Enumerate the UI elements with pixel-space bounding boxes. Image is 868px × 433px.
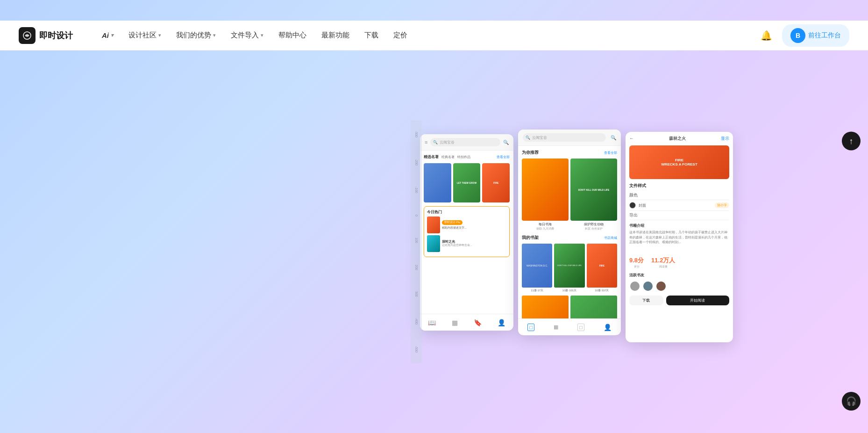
preview-container: ≡ 🔍 云阅宝谷 🔍 精选名著 经典名著 特别作品 查看全部 — [392, 120, 775, 363]
user-avatar: B — [790, 28, 805, 43]
nav-advantages-chevron: ▾ — [213, 32, 216, 38]
right-scrollbar: ↑ — [842, 132, 861, 302]
nav: Ai ▾ 设计社区 ▾ 我们的优势 ▾ 文件导入 ▾ 帮助中心 最新功能 下载 … — [95, 27, 758, 43]
nav-features-label: 最新功能 — [321, 31, 349, 40]
nav-item-community[interactable]: 设计社区 ▾ — [122, 27, 168, 43]
nav-download-label: 下载 — [364, 31, 378, 40]
right-section: ≡ 🔍 云阅宝谷 🔍 精选名著 经典名著 特别作品 查看全部 — [299, 51, 868, 433]
headset-button[interactable]: 🎧 — [842, 392, 861, 411]
nav-item-ai[interactable]: Ai ▾ — [95, 28, 120, 43]
notification-bell[interactable]: 🔔 — [758, 27, 775, 44]
nav-community-label: 设计社区 — [128, 31, 157, 40]
nav-community-chevron: ▾ — [158, 32, 161, 38]
nav-item-advantages[interactable]: 我们的优势 ▾ — [170, 27, 222, 43]
logo[interactable]: 即时设计 — [19, 27, 73, 44]
preview-panel-2: 🔍 云阅宝谷 🔍 为你推荐 查看全部 每日书海 — [518, 130, 621, 335]
nav-ai-chevron: ▾ — [111, 32, 114, 38]
nav-ai-label: Ai — [102, 31, 109, 39]
preview-panel-3: ← 森林之火 显示 FIREWRECKS A FOREST 文件样式 颜色 封面 — [626, 132, 733, 342]
logo-text: 即时设计 — [39, 30, 73, 41]
ruler: -300 -200 -100 0 100 200 300 -400 -500 — [411, 120, 422, 363]
nav-help-label: 帮助中心 — [278, 31, 306, 40]
nav-import-label: 文件导入 — [231, 31, 259, 40]
goto-workspace-button[interactable]: B 前往工作台 — [782, 24, 849, 47]
nav-advantages-label: 我们的优势 — [176, 31, 211, 40]
header-right: 🔔 B 前往工作台 — [758, 24, 849, 47]
nav-item-features[interactable]: 最新功能 — [315, 27, 356, 43]
preview-panel-1: ≡ 🔍 云阅宝谷 🔍 精选名著 经典名著 特别作品 查看全部 — [420, 134, 513, 331]
nav-item-help[interactable]: 帮助中心 — [272, 27, 313, 43]
download-button[interactable]: 下载 — [629, 296, 663, 305]
logo-icon — [19, 27, 36, 44]
nav-pricing-label: 定价 — [393, 31, 407, 40]
nav-item-import[interactable]: 文件导入 ▾ — [224, 27, 270, 43]
nav-import-chevron: ▾ — [261, 32, 263, 38]
header: 即时设计 Ai ▾ 设计社区 ▾ 我们的优势 ▾ 文件导入 ▾ 帮助中心 最新功… — [0, 21, 868, 51]
main-content: 团队协作 实时协同，提升各角色工 作流中的效率 无论是多位设计师协同创作，还是产… — [0, 51, 868, 433]
nav-item-download[interactable]: 下载 — [358, 27, 385, 43]
scroll-up-button[interactable]: ↑ — [842, 132, 861, 151]
nav-item-pricing[interactable]: 定价 — [387, 27, 414, 43]
start-reading-button[interactable]: 开始阅读 — [666, 296, 729, 305]
headset-area: 🎧 — [842, 392, 861, 411]
goto-workspace-label: 前往工作台 — [808, 31, 841, 40]
